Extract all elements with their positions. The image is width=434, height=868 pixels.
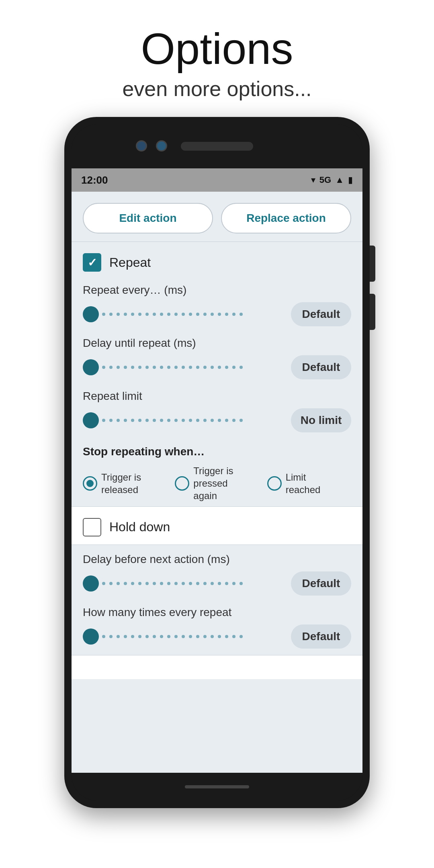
delay-next-slider[interactable] xyxy=(83,576,285,591)
bottom-section xyxy=(72,655,362,679)
radio-circle-released[interactable] xyxy=(83,476,97,491)
how-many-times-thumb[interactable] xyxy=(83,628,99,645)
network-type: 5G xyxy=(319,175,331,185)
delay-until-repeat-slider[interactable] xyxy=(83,360,285,375)
stop-repeating-section: Stop repeating when… Trigger isreleased xyxy=(83,439,351,506)
page-title: Options xyxy=(122,24,311,73)
delay-until-repeat-label: Delay until repeat (ms) xyxy=(83,337,351,350)
radio-circle-pressed-again[interactable] xyxy=(175,476,189,491)
replace-action-label: Replace action xyxy=(246,212,326,225)
signal-icon: ▲ xyxy=(335,175,344,185)
edit-action-label: Edit action xyxy=(119,212,176,225)
front-camera-left xyxy=(136,140,147,151)
repeat-limit-section: Repeat limit No limit xyxy=(83,386,351,439)
delay-next-thumb[interactable] xyxy=(83,575,99,592)
hold-down-section: Hold down xyxy=(72,506,362,545)
delay-until-repeat-track xyxy=(102,366,285,369)
speaker-grille xyxy=(181,142,253,151)
radio-label-limit-reached: Limitreached xyxy=(286,471,321,496)
delay-next-value-btn[interactable]: Default xyxy=(291,571,351,596)
repeat-limit-value-btn[interactable]: No limit xyxy=(291,408,351,432)
radio-inner-released xyxy=(86,480,94,487)
repeat-label: Repeat xyxy=(109,255,151,270)
replace-action-button[interactable]: Replace action xyxy=(221,203,351,233)
repeat-every-label: Repeat every… (ms) xyxy=(83,284,351,297)
repeat-limit-thumb[interactable] xyxy=(83,412,99,428)
how-many-times-slider[interactable] xyxy=(83,629,285,644)
repeat-every-section: Repeat every… (ms) Default xyxy=(83,280,351,333)
how-many-times-label: How many times every repeat xyxy=(83,606,351,619)
radio-item-pressed-again[interactable]: Trigger is pressedagain xyxy=(175,465,259,502)
page-header: Options even more options... xyxy=(122,0,311,117)
hold-down-checkbox-row: Hold down xyxy=(83,507,351,545)
how-many-times-value: Default xyxy=(302,630,340,643)
repeat-every-value: Default xyxy=(302,308,340,321)
delay-until-repeat-slider-row: Default xyxy=(83,355,351,379)
phone-bezel-top xyxy=(72,124,362,168)
delay-next-value: Default xyxy=(302,577,340,590)
repeat-limit-value: No limit xyxy=(301,414,342,427)
battery-icon: ▮ xyxy=(348,175,353,185)
stop-repeating-options: Trigger isreleased Trigger is pressedaga… xyxy=(83,465,351,502)
repeat-every-track xyxy=(102,313,285,316)
delay-until-repeat-value: Default xyxy=(302,361,340,374)
delay-until-repeat-section: Delay until repeat (ms) Default xyxy=(83,333,351,386)
checkmark-icon: ✓ xyxy=(88,256,97,269)
how-many-times-section: How many times every repeat Default xyxy=(83,602,351,655)
radio-item-released[interactable]: Trigger isreleased xyxy=(83,471,167,496)
how-many-times-track xyxy=(102,635,285,638)
radio-label-pressed-again: Trigger is pressedagain xyxy=(193,465,259,502)
status-icons: ▾ 5G ▲ ▮ xyxy=(311,175,353,185)
repeat-every-thumb[interactable] xyxy=(83,306,99,322)
home-bar xyxy=(185,785,249,788)
repeat-limit-slider[interactable] xyxy=(83,413,285,428)
hold-down-label: Hold down xyxy=(109,520,170,534)
delay-next-label: Delay before next action (ms) xyxy=(83,553,351,566)
how-many-times-value-btn[interactable]: Default xyxy=(291,624,351,649)
phone-inner: 12:00 ▾ 5G ▲ ▮ Edit action Replace actio… xyxy=(72,124,362,801)
repeat-section: ✓ Repeat Repeat every… (ms) xyxy=(72,242,362,506)
status-bar: 12:00 ▾ 5G ▲ ▮ xyxy=(72,168,362,192)
screen-content: Edit action Replace action ✓ Repeat xyxy=(72,192,362,773)
front-camera-right xyxy=(156,140,167,151)
repeat-limit-track xyxy=(102,419,285,422)
delay-until-repeat-thumb[interactable] xyxy=(83,359,99,375)
delay-next-slider-section: Delay before next action (ms) Default xyxy=(83,549,351,602)
delay-next-slider-row: Default xyxy=(83,571,351,596)
edit-action-button[interactable]: Edit action xyxy=(83,203,213,233)
repeat-limit-slider-row: No limit xyxy=(83,408,351,432)
radio-circle-limit-reached[interactable] xyxy=(267,476,282,491)
repeat-checkbox-row: ✓ Repeat xyxy=(83,242,351,280)
delay-until-repeat-value-btn[interactable]: Default xyxy=(291,355,351,379)
how-many-times-slider-row: Default xyxy=(83,624,351,649)
stop-repeating-label: Stop repeating when… xyxy=(83,445,351,458)
radio-item-limit-reached[interactable]: Limitreached xyxy=(267,471,351,496)
repeat-every-value-btn[interactable]: Default xyxy=(291,302,351,326)
hold-down-checkbox[interactable] xyxy=(83,518,101,536)
repeat-every-slider-row: Default xyxy=(83,302,351,326)
radio-label-released: Trigger isreleased xyxy=(101,471,141,496)
repeat-checkbox[interactable]: ✓ xyxy=(83,253,101,272)
status-time: 12:00 xyxy=(81,174,108,186)
action-buttons-row: Edit action Replace action xyxy=(72,192,362,242)
phone-bezel-bottom xyxy=(72,773,362,801)
delay-next-section: Delay before next action (ms) Default xyxy=(72,545,362,655)
wifi-icon: ▾ xyxy=(311,175,315,185)
repeat-every-slider[interactable] xyxy=(83,307,285,321)
content-scroll: ✓ Repeat Repeat every… (ms) xyxy=(72,242,362,773)
phone-shell: 12:00 ▾ 5G ▲ ▮ Edit action Replace actio… xyxy=(64,117,370,808)
delay-next-track xyxy=(102,582,285,585)
page-subtitle: even more options... xyxy=(122,77,311,101)
repeat-limit-label: Repeat limit xyxy=(83,390,351,403)
